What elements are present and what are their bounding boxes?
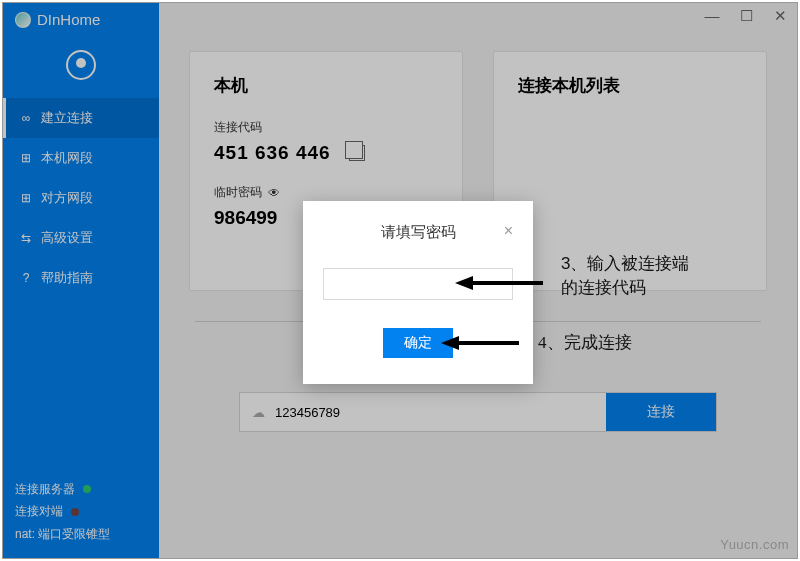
annotation-step3: 3、输入被连接端 的连接代码	[561, 252, 689, 300]
modal-title: 请填写密码	[381, 223, 456, 242]
arrow-icon	[441, 333, 521, 353]
arrow-icon	[455, 273, 545, 293]
modal-close-icon[interactable]: ×	[504, 223, 513, 239]
app-window: DInHome ∞ 建立连接 ⊞ 本机网段 ⊞ 对方网段 ⇆ 高级设置 ? 帮助…	[2, 2, 798, 559]
watermark: Yuucn.com	[720, 537, 789, 552]
svg-marker-3	[441, 336, 459, 350]
svg-marker-1	[455, 276, 473, 290]
annotation-step4: 4、完成连接	[538, 331, 632, 355]
